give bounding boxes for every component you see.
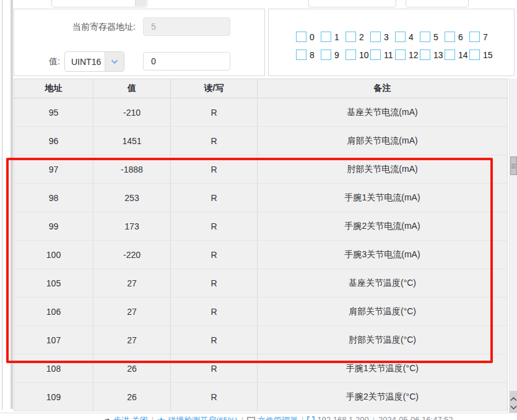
table-row[interactable]: 100-220R手腕3关节电流(mA): [14, 241, 507, 269]
truncated-top-input[interactable]: [51, 0, 147, 7]
cell-addr: 99: [14, 212, 93, 241]
column-header-1: 值: [93, 79, 171, 98]
value-type-selected: UINT16: [65, 57, 105, 67]
vertical-scrollbar[interactable]: [509, 79, 517, 420]
table-row[interactable]: 10627R肩部关节温度(°C): [14, 298, 507, 326]
cell-note: 手腕3关节电流(mA): [258, 241, 507, 269]
statusbar-separator: |: [373, 415, 375, 420]
value-input[interactable]: 0: [143, 52, 230, 71]
bit-checkbox-label: 13: [433, 50, 443, 60]
truncated-top-field-1[interactable]: [308, 0, 396, 7]
cell-addr: 105: [14, 269, 93, 298]
bit-checkbox-item-0: 0: [296, 32, 321, 42]
step-status[interactable]: 步进 关闭: [102, 415, 148, 420]
file-manager[interactable]: 文件管理器: [247, 415, 298, 420]
cell-rw: R: [171, 298, 258, 326]
bit-checkbox-item-11: 11: [370, 49, 395, 60]
value-type-select[interactable]: UINT16: [64, 51, 124, 72]
bit-checkbox-item-7: 7: [469, 32, 494, 42]
cell-rw: R: [171, 184, 258, 212]
bit-checkbox-label: 15: [483, 50, 493, 60]
bit-checkbox-7[interactable]: [469, 32, 480, 42]
bit-checkbox-6[interactable]: [445, 32, 455, 42]
scroll-down-icon[interactable]: [510, 405, 517, 409]
bit-checkbox-2[interactable]: [345, 32, 356, 42]
table-row[interactable]: 10826R手腕1关节温度(°C): [14, 354, 507, 383]
truncated-top-field-2[interactable]: [406, 0, 469, 7]
bit-checkbox-13[interactable]: [420, 49, 430, 60]
bit-checkbox-10[interactable]: [345, 49, 356, 60]
cell-value: 27: [93, 269, 171, 298]
statusbar-separator: |: [241, 415, 243, 420]
table-row[interactable]: 99173R手腕2关节电流(mA): [14, 212, 507, 241]
cell-value: -220: [93, 241, 171, 269]
panel-splitter[interactable]: [11, 0, 13, 409]
cell-addr: 96: [14, 127, 93, 155]
current-register-address-label: 当前寄存器地址:: [51, 22, 136, 33]
cell-addr: 108: [14, 354, 93, 383]
cell-value: 26: [93, 354, 171, 383]
statusbar-separator: |: [152, 415, 154, 420]
current-register-address-field[interactable]: 5: [143, 17, 230, 36]
cell-rw: R: [171, 155, 258, 184]
chevron-down-icon[interactable]: [105, 52, 124, 71]
bit-row-0-7: 01234567: [296, 32, 494, 42]
bit-checkbox-11[interactable]: [370, 49, 381, 60]
bit-checkbox-label: 3: [384, 32, 389, 42]
collision-status[interactable]: 碰撞检测开启(65%): [157, 415, 238, 420]
cell-addr: 109: [14, 383, 93, 411]
bit-checkbox-3[interactable]: [370, 32, 381, 42]
table-row[interactable]: 95-210R基座关节电流(mA): [14, 98, 507, 127]
cell-note: 肘部关节电流(mA): [258, 155, 507, 184]
bit-checkbox-label: 7: [483, 32, 488, 42]
bit-checkbox-1[interactable]: [321, 32, 331, 42]
file-manager-label: 文件管理器: [258, 415, 298, 420]
network-status[interactable]: 192.168.1.200: [307, 415, 368, 420]
bit-row-8-15: 89101112131415: [296, 49, 494, 60]
bit-checkbox-9[interactable]: [321, 49, 331, 60]
table-row[interactable]: 10727R肘部关节温度(°C): [14, 326, 507, 354]
bit-checkbox-label: 12: [409, 50, 419, 60]
scrollbar-arrows: [510, 391, 517, 416]
bit-checkbox-item-9: 9: [321, 49, 345, 60]
cell-value: 253: [93, 184, 171, 212]
table-row[interactable]: 97-1888R肘部关节电流(mA): [14, 155, 507, 184]
cell-rw: R: [171, 241, 258, 269]
step-icon: [102, 417, 111, 420]
column-header-2: 读/写: [171, 79, 258, 98]
scroll-up-icon[interactable]: [510, 397, 517, 401]
statusbar-separator: |: [302, 415, 303, 420]
register-table: 地址值读/写备注 95-210R基座关节电流(mA)961451R肩部关节电流(…: [14, 79, 508, 411]
bit-checkbox-item-10: 10: [345, 49, 370, 60]
bit-checkbox-8[interactable]: [296, 49, 306, 60]
network-icon: [307, 416, 315, 420]
column-header-0: 地址: [14, 79, 93, 98]
bit-checkbox-12[interactable]: [395, 49, 406, 60]
cell-value: 26: [93, 383, 171, 411]
cell-note: 手腕1关节温度(°C): [258, 354, 507, 383]
bit-checkbox-5[interactable]: [420, 32, 430, 42]
table-row[interactable]: 10926R手腕2关节温度(°C): [14, 383, 507, 411]
bit-checkbox-item-1: 1: [321, 32, 345, 42]
cell-rw: R: [171, 98, 258, 127]
table-row[interactable]: 98253R手腕1关节电流(mA): [14, 184, 507, 212]
cell-note: 基座关节电流(mA): [258, 98, 507, 127]
value-label: 值:: [49, 56, 60, 67]
bit-checkbox-item-5: 5: [420, 32, 445, 42]
bit-checkbox-14[interactable]: [445, 49, 455, 60]
left-gutter-line: [2, 0, 2, 410]
scrollbar-thumb[interactable]: [510, 156, 517, 175]
table-row[interactable]: 10527R基座关节温度(°C): [14, 269, 507, 298]
bit-checkbox-item-12: 12: [395, 49, 420, 60]
bit-checkbox-label: 2: [359, 32, 364, 42]
table-row[interactable]: 961451R肩部关节电流(mA): [14, 127, 507, 155]
cell-value: 27: [93, 326, 171, 354]
truncated-top-input-button[interactable]: [135, 0, 146, 6]
cell-value: -1888: [93, 155, 171, 184]
cell-rw: R: [171, 127, 258, 155]
bit-checkbox-4[interactable]: [395, 32, 406, 42]
bit-checkbox-0[interactable]: [296, 32, 306, 42]
cell-note: 肩部关节温度(°C): [258, 298, 507, 326]
bit-checkbox-15[interactable]: [469, 49, 480, 60]
bit-checkbox-label: 8: [310, 50, 315, 60]
